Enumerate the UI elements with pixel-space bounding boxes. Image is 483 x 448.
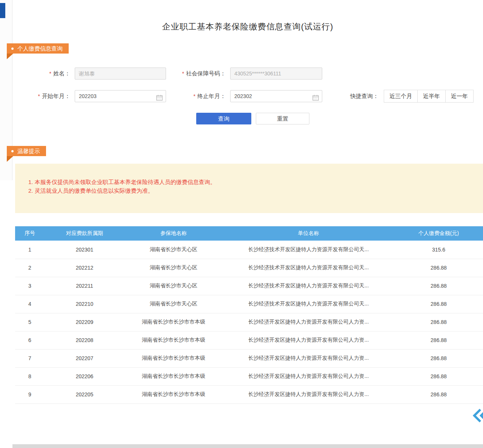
- cell-amount: 286.88: [394, 259, 483, 277]
- cell-period: 202210: [45, 295, 125, 313]
- cell-seq: 4: [15, 295, 45, 313]
- cell-company: 长沙经济开发区捷特人力资源开发有限公司人力资...: [223, 331, 394, 349]
- cell-location: 湖南省长沙市天心区: [125, 259, 223, 277]
- results-table: 序号 对应费款所属期 参保地名称 单位名称 个人缴费金额(元) 1202301湖…: [15, 226, 483, 404]
- cell-location: 湖南省长沙市长沙市市本级: [125, 367, 223, 385]
- cell-period: 202206: [45, 367, 125, 385]
- tips-panel: 1. 本服务仅提供尚未领取企业职工基本养老保险待遇人员的缴费信息查询。 2. 灵…: [15, 164, 483, 213]
- section-badge-personal-query: 个人缴费信息查询: [7, 43, 69, 54]
- bottom-gray-bar: [12, 444, 483, 448]
- cell-period: 202205: [45, 385, 125, 404]
- cell-seq: 7: [15, 349, 45, 367]
- cell-amount: 286.88: [394, 295, 483, 313]
- quick-btn-last-year[interactable]: 近一年: [445, 90, 474, 103]
- cell-company: 长沙经济技术开发区捷特人力资源开发有限公司天...: [223, 295, 394, 313]
- cell-location: 湖南省长沙市天心区: [125, 241, 223, 259]
- table-row: 1202301湖南省长沙市天心区长沙经济技术开发区捷特人力资源开发有限公司天..…: [15, 241, 483, 259]
- cell-company: 长沙经济开发区捷特人力资源开发有限公司人力资...: [223, 385, 394, 404]
- cell-company: 长沙经济技术开发区捷特人力资源开发有限公司天...: [223, 277, 394, 295]
- cell-amount: 286.88: [394, 277, 483, 295]
- header-location: 参保地名称: [125, 226, 223, 241]
- table-row: 4202210湖南省长沙市天心区长沙经济技术开发区捷特人力资源开发有限公司天..…: [15, 295, 483, 313]
- cell-seq: 9: [15, 385, 45, 404]
- start-month-input[interactable]: 202203: [75, 90, 166, 102]
- table-row: 3202211湖南省长沙市天心区长沙经济技术开发区捷特人力资源开发有限公司天..…: [15, 277, 483, 295]
- cell-seq: 3: [15, 277, 45, 295]
- header-seq: 序号: [15, 226, 45, 241]
- table-row: 5202209湖南省长沙市长沙市市本级长沙经济开发区捷特人力资源开发有限公司人力…: [15, 313, 483, 331]
- reset-button[interactable]: 重置: [256, 113, 309, 124]
- bullet-dot-icon: [11, 48, 14, 50]
- cell-company: 长沙经济技术开发区捷特人力资源开发有限公司天...: [223, 241, 394, 259]
- cell-seq: 2: [15, 259, 45, 277]
- results-table-body: 1202301湖南省长沙市天心区长沙经济技术开发区捷特人力资源开发有限公司天..…: [15, 241, 483, 404]
- cell-location: 湖南省长沙市长沙市市本级: [125, 331, 223, 349]
- cell-period: 202211: [45, 277, 125, 295]
- cell-location: 湖南省长沙市长沙市市本级: [125, 385, 223, 404]
- end-month-input[interactable]: 202302: [230, 90, 322, 102]
- tips-line-2: 2. 灵活就业人员的缴费单位信息以实际缴费为准。: [28, 187, 154, 195]
- page-title: 企业职工基本养老保险缴费信息查询(试运行): [12, 21, 483, 32]
- section-badge-tips: 温馨提示: [7, 146, 46, 156]
- table-row: 2202212湖南省长沙市天心区长沙经济技术开发区捷特人力资源开发有限公司天..…: [15, 259, 483, 277]
- cell-period: 202212: [45, 259, 125, 277]
- cell-amount: 315.6: [394, 241, 483, 259]
- start-month-label: *开始年月：: [23, 90, 70, 102]
- required-mark: *: [194, 93, 195, 99]
- quick-query-group: 近三个月 近半年 近一年: [384, 90, 474, 103]
- header-company: 单位名称: [223, 226, 394, 241]
- name-field: 谢旭泰: [75, 68, 166, 80]
- pension-query-page: 企业职工基本养老保险缴费信息查询(试运行) 个人缴费信息查询 *姓名： 谢旭泰 …: [0, 0, 483, 448]
- cell-amount: 286.88: [394, 313, 483, 331]
- header-amount: 个人缴费金额(元): [394, 226, 483, 241]
- cell-period: 202208: [45, 331, 125, 349]
- cell-amount: 286.88: [394, 367, 483, 385]
- cell-seq: 1: [15, 241, 45, 259]
- table-row: 8202206湖南省长沙市长沙市市本级长沙经济开发区捷特人力资源开发有限公司人力…: [15, 367, 483, 385]
- quick-btn-last-3-months[interactable]: 近三个月: [384, 90, 418, 103]
- section-badge-label: 温馨提示: [17, 146, 40, 156]
- cell-location: 湖南省长沙市长沙市市本级: [125, 313, 223, 331]
- required-mark: *: [49, 71, 51, 77]
- table-header-row: 序号 对应费款所属期 参保地名称 单位名称 个人缴费金额(元): [15, 226, 483, 241]
- required-mark: *: [38, 93, 40, 99]
- required-mark: *: [182, 71, 184, 77]
- calendar-icon[interactable]: [156, 93, 163, 104]
- cell-period: 202301: [45, 241, 125, 259]
- cell-company: 长沙经济开发区捷特人力资源开发有限公司人力资...: [223, 313, 394, 331]
- quick-btn-last-half-year[interactable]: 近半年: [417, 90, 446, 103]
- cell-period: 202209: [45, 313, 125, 331]
- ssn-label: *社会保障号码：: [162, 68, 226, 80]
- table-row: 6202208湖南省长沙市长沙市市本级长沙经济开发区捷特人力资源开发有限公司人力…: [15, 331, 483, 349]
- cell-seq: 5: [15, 313, 45, 331]
- cell-seq: 8: [15, 367, 45, 385]
- cell-company: 长沙经济开发区捷特人力资源开发有限公司人力资...: [223, 367, 394, 385]
- cell-location: 湖南省长沙市天心区: [125, 277, 223, 295]
- quick-query-label: 快捷查询：: [350, 90, 380, 103]
- section-badge-label: 个人缴费信息查询: [17, 43, 63, 54]
- cell-location: 湖南省长沙市天心区: [125, 295, 223, 313]
- cell-seq: 6: [15, 331, 45, 349]
- double-chevron-left-icon[interactable]: [473, 408, 483, 423]
- cell-company: 长沙经济开发区捷特人力资源开发有限公司人力资...: [223, 349, 394, 367]
- query-button[interactable]: 查询: [196, 113, 251, 124]
- ssn-field: 430525******306111: [230, 68, 322, 80]
- table-row: 7202207湖南省长沙市长沙市市本级长沙经济开发区捷特人力资源开发有限公司人力…: [15, 349, 483, 367]
- name-label: *姓名：: [23, 68, 70, 80]
- end-month-label: *终止年月：: [162, 90, 226, 102]
- cell-company: 长沙经济技术开发区捷特人力资源开发有限公司天...: [223, 259, 394, 277]
- cell-period: 202207: [45, 349, 125, 367]
- cell-amount: 286.88: [394, 349, 483, 367]
- cell-location: 湖南省长沙市长沙市市本级: [125, 349, 223, 367]
- cell-amount: 286.88: [394, 385, 483, 404]
- header-period: 对应费款所属期: [45, 226, 125, 241]
- cell-amount: 286.88: [394, 331, 483, 349]
- table-row: 9202205湖南省长沙市长沙市市本级长沙经济开发区捷特人力资源开发有限公司人力…: [15, 385, 483, 404]
- tips-line-1: 1. 本服务仅提供尚未领取企业职工基本养老保险待遇人员的缴费信息查询。: [28, 179, 216, 186]
- calendar-icon[interactable]: [312, 93, 319, 104]
- sidebar-blue-tab[interactable]: [0, 3, 5, 18]
- bullet-dot-icon: [11, 150, 14, 152]
